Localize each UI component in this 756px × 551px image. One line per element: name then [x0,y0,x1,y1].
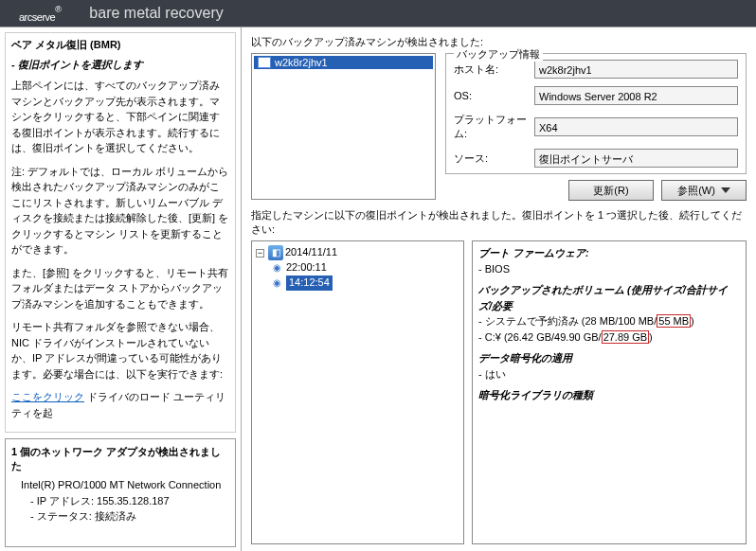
platform-value: X64 [534,117,738,136]
tree-time-node-2[interactable]: ◉ 14:12:54 [269,276,459,291]
backup-info-group: バックアップ情報 ホスト名:w2k8r2jhv1 OS:Windows Serv… [445,53,747,174]
recovery-point-icon: ◉ [269,260,284,276]
volume-1: - システムで予約済み (28 MB/100 MB/55 MB) [478,314,694,328]
source-label: ソース: [454,151,534,166]
machine-name: w2k8r2jhv1 [275,57,328,68]
recovery-point-details[interactable]: ブート ファームウェア: - BIOS バックアップされたボリューム (使用サイ… [472,240,747,544]
net-adapter-name: Intel(R) PRO/1000 MT Network Connection [21,477,229,493]
net-title: 1 個のネットワーク アダプタが検出されました [11,446,221,471]
volumes-title: バックアップされたボリューム (使用サイズ/合計サイズ/必要 [478,284,728,311]
recovery-point-label: 指定したマシンに以下の復旧ポイントが検出されました。復旧ポイントを 1 つ選択し… [251,208,747,237]
firmware-title: ブート ファームウェア: [478,247,589,258]
left-pane: ベア メタル復旧 (BMR) - 復旧ポイントを選択します 上部ペインには、すべ… [0,27,242,551]
source-value: 復旧ポイントサーバ [534,149,738,168]
header: arcserve® bare metal recovery [0,0,756,27]
instruction-panel[interactable]: ベア メタル復旧 (BMR) - 復旧ポイントを選択します 上部ペインには、すべ… [5,32,236,433]
main-area: ベア メタル復旧 (BMR) - 復旧ポイントを選択します 上部ペインには、すべ… [0,27,756,551]
right-pane: 以下のバックアップ済みマシンが検出されました: w2k8r2jhv1 バックアッ… [242,27,756,551]
click-here-link[interactable]: ここをクリック [11,391,84,402]
browse-button[interactable]: 参照(W) [661,180,747,201]
platform-label: プラットフォーム: [454,113,534,141]
calendar-icon: ◧ [268,245,283,260]
selected-time: 14:12:54 [286,276,333,290]
machine-item[interactable]: w2k8r2jhv1 [254,56,433,69]
bmr-title: ベア メタル復旧 (BMR) [11,37,229,53]
instruction-p3: また、[参照] をクリックすると、リモート共有フォルダまたはデータ ストアからバ… [11,265,229,312]
machine-icon [258,57,271,68]
net-ip: - IP アドレス: 155.35.128.187 [30,493,229,509]
net-status: - ステータス: 接続済み [30,508,229,524]
recovery-point-icon: ◉ [269,276,284,291]
logo: arcserve® [19,0,61,27]
volume-2: - C:¥ (26.42 GB/49.90 GB/27.89 GB) [478,330,653,344]
host-value: w2k8r2jhv1 [534,60,738,79]
encryption-title: データ暗号化の適用 [478,352,572,364]
firmware-value: - BIOS [478,263,510,275]
recovery-point-tree[interactable]: − ◧ 2014/11/11 ◉ 22:00:11 ◉ 14:12:54 [251,240,464,544]
instruction-p4: リモート共有フォルダを参照できない場合、NIC ドライバがインストールされていな… [11,319,229,382]
tree-time-node-1[interactable]: ◉ 22:00:11 [269,260,459,276]
subtitle: bare metal recovery [89,5,223,22]
backup-info-title: バックアップ情報 [454,47,543,62]
network-adapter-box: 1 個のネットワーク アダプタが検出されました Intel(R) PRO/100… [5,438,236,547]
os-label: OS: [454,90,534,101]
instruction-p2: 注: デフォルトでは、ローカル ボリュームから検出されたバックアップ済みマシンの… [11,164,229,258]
bmr-subtitle: - 復旧ポイントを選択します [11,57,229,73]
tree-date-node[interactable]: − ◧ 2014/11/11 [256,245,459,260]
os-value: Windows Server 2008 R2 [534,86,738,105]
refresh-button[interactable]: 更新(R) [568,180,654,201]
host-label: ホスト名: [454,62,534,77]
driver-link-line: ここをクリック ドライバのロード ユーティリティを起 [11,389,229,420]
dropdown-icon [721,187,730,193]
machine-list[interactable]: w2k8r2jhv1 [251,53,436,200]
collapse-icon[interactable]: − [256,249,264,258]
enclib-title: 暗号化ライブラリの種類 [478,389,593,400]
instruction-p1: 上部ペインには、すべてのバックアップ済みマシンとバックアップ先が表示されます。マ… [11,78,229,156]
encryption-value: - はい [478,368,506,380]
